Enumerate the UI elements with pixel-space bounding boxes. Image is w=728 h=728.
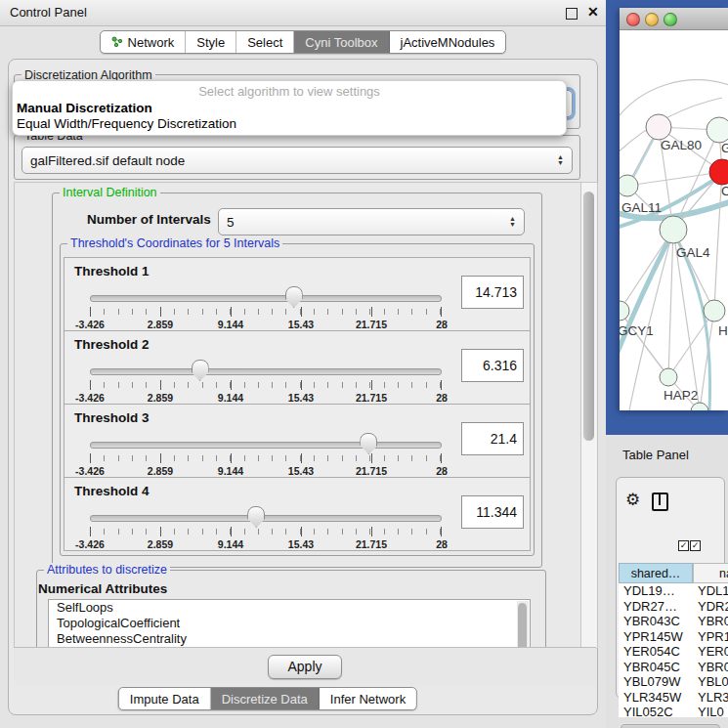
number-of-intervals-combo[interactable]: 5 ▲▼	[218, 208, 525, 236]
network-canvas[interactable]: GAL80 GA C GAL11 GAL4 GCY1 H HAP2	[620, 29, 728, 410]
tab-infer-network-label: Infer Network	[330, 692, 406, 707]
table-row[interactable]: YBL079WYBL0	[619, 674, 728, 690]
tab-jactivemnodules[interactable]: jActiveMNodules	[390, 31, 506, 53]
threshold-2-row: Threshold 2 -3.426 2.859 9.144 15.43 21.…	[64, 330, 531, 405]
table-horizontal-scrollbar[interactable]	[620, 723, 720, 728]
threshold-1-label: Threshold 1	[74, 264, 150, 278]
list-item[interactable]: BetweennessCentrality	[49, 631, 530, 647]
slider-track[interactable]	[90, 368, 442, 375]
tab-jactivemnodules-label: jActiveMNodules	[401, 35, 495, 50]
slider-track[interactable]	[90, 515, 442, 522]
numerical-attributes-list[interactable]: SelfLoops TopologicalCoefficient Between…	[48, 599, 531, 649]
tab-discretize-data[interactable]: Discretize Data	[211, 688, 320, 709]
slider-minor-ticks	[90, 455, 441, 461]
node-gal80[interactable]	[646, 114, 671, 140]
checkbox-icon[interactable]: ✓	[678, 540, 689, 551]
popup-option-manual-discretization[interactable]: Manual Discretization	[17, 101, 152, 115]
tab-infer-network[interactable]: Infer Network	[320, 688, 416, 709]
tab-network[interactable]: Network	[101, 31, 187, 53]
close-icon[interactable]: ✕	[587, 4, 599, 20]
list-scrollbar[interactable]	[517, 601, 529, 649]
column-header-shared-name[interactable]: shared…	[619, 563, 693, 583]
threshold-2-slider[interactable]: -3.426 2.859 9.144 15.43 21.715 28	[90, 357, 442, 402]
node-label-hap2: HAP2	[664, 388, 698, 403]
network-view-window[interactable]: GAL80 GA C GAL11 GAL4 GCY1 H HAP2	[620, 8, 728, 410]
gear-icon[interactable]: ⚙	[625, 492, 640, 508]
attributes-to-discretize-title: Attributes to discretize	[44, 563, 170, 577]
node-gal11[interactable]	[620, 175, 638, 196]
combo-stepper-icon: ▲▼	[509, 216, 516, 228]
node-h[interactable]	[704, 300, 725, 321]
slider-track[interactable]	[90, 295, 442, 302]
tab-network-label: Network	[128, 35, 175, 50]
table-row[interactable]: YPR145WYPR1	[619, 629, 728, 645]
network-window-titlebar[interactable]	[620, 8, 728, 30]
number-of-intervals-label: Number of Intervals	[87, 212, 211, 227]
tab-select[interactable]: Select	[236, 31, 294, 53]
close-traffic-light-icon[interactable]	[626, 13, 640, 26]
threshold-coordinates-title: Threshold's Coordinates for 5 Intervals	[67, 236, 282, 250]
table-row[interactable]: YIL052CYIL0	[619, 705, 728, 717]
table-data-combo[interactable]: galFiltered.sif default node ▲▼	[21, 147, 573, 174]
column-view-icon[interactable]	[652, 492, 668, 511]
tab-cyni-toolbox[interactable]: Cyni Toolbox	[294, 31, 389, 53]
table-panel-title: Table Panel	[622, 448, 689, 462]
threshold-4-slider[interactable]: -3.426 2.859 9.144 15.43 21.715 28	[90, 503, 442, 548]
threshold-2-value-field[interactable]: 6.316	[461, 349, 524, 382]
threshold-3-value-field[interactable]: 21.4	[461, 422, 524, 455]
table-row[interactable]: YDL19…YDL1	[619, 583, 728, 599]
network-graph: GAL80 GA C GAL11 GAL4 GCY1 H HAP2	[620, 29, 728, 410]
table-row[interactable]: YBR043CYBR0	[619, 614, 728, 629]
panel-scrollbar-thumb[interactable]	[583, 192, 594, 441]
float-window-icon[interactable]	[566, 8, 578, 20]
threshold-2-label: Threshold 2	[74, 337, 150, 352]
node-hap2[interactable]	[660, 368, 677, 386]
node-label-gal4: GAL4	[676, 245, 710, 260]
table-row[interactable]: YLR345WYLR3	[619, 690, 728, 706]
control-panel-title: Control Panel	[10, 5, 87, 20]
column-header-name[interactable]: na	[693, 563, 728, 583]
zoom-traffic-light-icon[interactable]	[664, 13, 677, 26]
popup-hint-text: Select algorithm to view settings	[13, 84, 566, 99]
top-tab-bar: Network Style Select Cyni Toolbox jActiv…	[0, 30, 606, 54]
threshold-4-label: Threshold 4	[74, 484, 150, 498]
tab-impute-data[interactable]: Impute Data	[119, 688, 211, 709]
table-row[interactable]: YBR045CYBR0	[619, 660, 728, 675]
node-ga[interactable]	[707, 117, 728, 143]
threshold-1-value-field[interactable]: 14.713	[461, 276, 524, 309]
table-row[interactable]: YER054CYER0	[619, 644, 728, 660]
node-attribute-table[interactable]: shared… na YDL19…YDL1 YDR27…YDR2 YBR043C…	[619, 563, 728, 717]
threshold-3-label: Threshold 3	[74, 410, 150, 425]
threshold-1-row: Threshold 1 -3.426 2.859 9.144 15.43 21.…	[64, 257, 531, 331]
apply-button[interactable]: Apply	[268, 655, 342, 679]
checkbox-icon[interactable]: ✓	[690, 540, 701, 551]
panel-scrollbar[interactable]	[580, 182, 598, 649]
tab-style-label: Style	[196, 35, 225, 50]
slider-thumb[interactable]	[247, 506, 265, 528]
slider-thumb[interactable]	[285, 286, 303, 308]
network-icon	[111, 36, 123, 48]
list-scrollbar-thumb[interactable]	[518, 603, 527, 649]
threshold-3-slider[interactable]: -3.426 2.859 9.144 15.43 21.715 28	[90, 430, 442, 475]
bottom-tab-bar: Impute Data Discretize Data Infer Networ…	[118, 687, 417, 710]
threshold-1-slider[interactable]: -3.426 2.859 9.144 15.43 21.715 28	[90, 283, 442, 328]
table-row[interactable]: YDR27…YDR2	[619, 599, 728, 615]
tab-cyni-toolbox-label: Cyni Toolbox	[305, 35, 377, 50]
node-label-gal11: GAL11	[621, 200, 662, 215]
slider-minor-ticks	[90, 382, 441, 388]
slider-thumb[interactable]	[360, 433, 377, 454]
slider-track[interactable]	[90, 442, 442, 449]
minimize-traffic-light-icon[interactable]	[645, 13, 659, 26]
list-item[interactable]: SelfLoops	[49, 600, 530, 616]
node-gal4[interactable]	[660, 216, 687, 243]
slider-thumb[interactable]	[192, 360, 209, 381]
tab-style[interactable]: Style	[186, 31, 236, 53]
table-data-combo-value: galFiltered.sif default node	[30, 153, 185, 168]
list-item[interactable]: TopologicalCoefficient	[49, 616, 530, 631]
threshold-4-value-field[interactable]: 11.344	[461, 495, 524, 529]
node-gcy1[interactable]	[620, 301, 629, 321]
node-label-ga: GA	[721, 141, 728, 155]
slider-minor-ticks	[90, 309, 441, 315]
table-horizontal-scrollbar-thumb[interactable]	[621, 724, 720, 728]
popup-option-equal-width-frequency[interactable]: Equal Width/Frequency Discretization	[17, 116, 236, 131]
